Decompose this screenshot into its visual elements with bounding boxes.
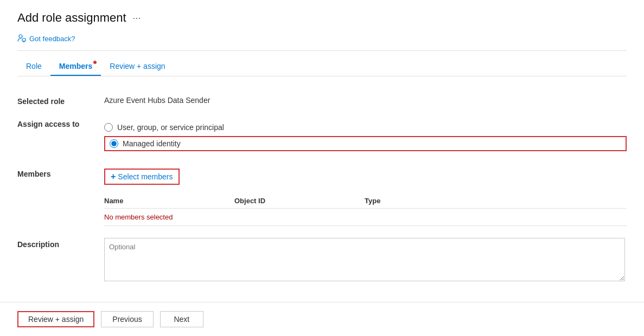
title-row: Add role assignment ··· [17,11,627,25]
header-divider [17,50,627,51]
assign-access-options: User, group, or service principal Manage… [104,112,627,162]
ellipsis-menu-icon[interactable]: ··· [133,12,141,24]
col-object-id: Object ID [234,193,365,209]
page-container: Add role assignment ··· Got feedback? Ro… [0,0,644,336]
plus-icon: + [111,172,116,182]
radio-group: User, group, or service principal Manage… [104,118,627,157]
managed-identity-box[interactable]: Managed identity [104,136,627,151]
no-members-text: No members selected [104,209,627,226]
feedback-icon [17,34,26,44]
col-name: Name [104,193,234,209]
tab-members[interactable]: Members [50,57,101,76]
members-label: Members [17,162,104,185]
description-value [104,232,627,288]
members-table: Name Object ID Type No members selected [104,193,627,226]
footer: Review + assign Previous Next [0,302,644,336]
radio-user-group-label: User, group, or service principal [117,123,224,132]
select-members-link[interactable]: Select members [118,172,173,181]
radio-managed-identity[interactable] [110,139,118,148]
svg-rect-1 [22,38,25,41]
members-tab-dot [93,61,97,64]
description-textarea[interactable] [104,238,625,281]
page-title: Add role assignment [17,11,126,25]
radio-user-group[interactable] [104,123,113,132]
svg-point-0 [19,35,22,38]
select-members-box[interactable]: + Select members [104,169,180,185]
feedback-link[interactable]: Got feedback? [29,35,75,43]
previous-button[interactable]: Previous [101,311,153,327]
feedback-row: Got feedback? [17,34,627,44]
description-label: Description [17,232,104,256]
members-content: + Select members Name Object ID Type No … [104,162,627,232]
main-content: Add role assignment ··· Got feedback? Ro… [0,0,644,302]
selected-role-value: Azure Event Hubs Data Sender [104,89,627,111]
radio-option-user-group[interactable]: User, group, or service principal [104,123,627,132]
next-button[interactable]: Next [160,311,203,327]
review-assign-button[interactable]: Review + assign [17,311,94,327]
selected-role-label: Selected role [17,89,104,112]
radio-managed-identity-label: Managed identity [123,139,181,148]
members-table-header-row: Name Object ID Type [104,193,627,209]
no-members-row: No members selected [104,209,627,226]
assign-access-label: Assign access to [17,112,104,135]
tab-role[interactable]: Role [17,57,50,76]
form-section: Selected role Azure Event Hubs Data Send… [17,89,627,288]
tab-review-assign[interactable]: Review + assign [101,57,174,76]
radio-option-managed-identity[interactable]: Managed identity [110,139,181,148]
col-type: Type [365,193,627,209]
tabs-row: Role Members Review + assign [17,57,627,76]
